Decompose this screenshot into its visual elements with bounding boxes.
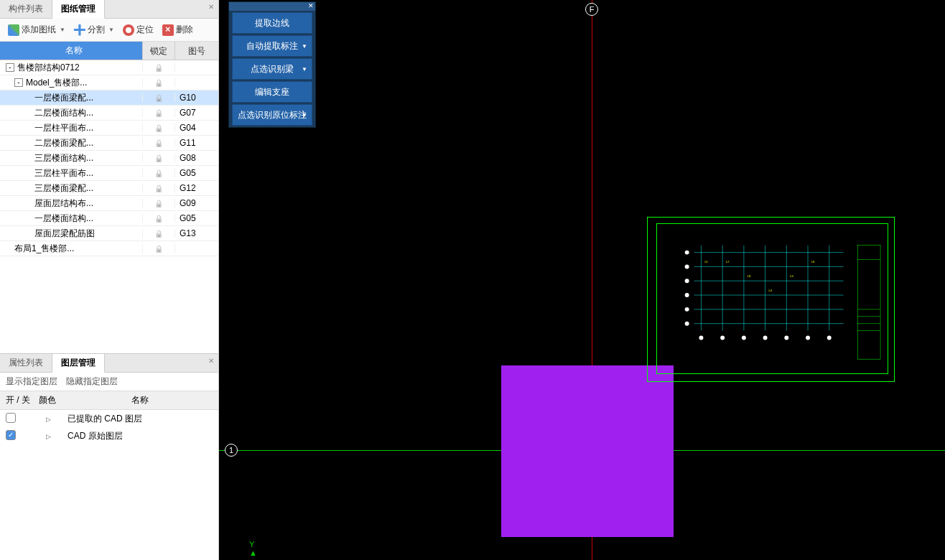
- tab-attr-list[interactable]: 属性列表: [0, 354, 52, 372]
- tree-row[interactable]: 三层柱平面布...G05: [0, 166, 218, 181]
- lock-icon: [154, 63, 163, 72]
- split-button[interactable]: 分割 ▼: [70, 22, 118, 38]
- svg-point-27: [742, 336, 746, 340]
- tree-label: 屋面层梁配筋图: [34, 228, 95, 240]
- tree-label: 二层楼面结构...: [34, 107, 93, 119]
- tree-toggle-icon[interactable]: -: [6, 63, 14, 72]
- y-label: Y: [249, 540, 254, 549]
- tree-row[interactable]: 二层楼面结构...G07: [0, 106, 218, 121]
- tree-cell-num: G13: [175, 228, 218, 238]
- layer-checkbox[interactable]: [6, 413, 16, 423]
- tree-cell-name: -Model_售楼部...: [0, 77, 142, 89]
- tree-cell-lock[interactable]: [142, 199, 175, 207]
- expand-icon[interactable]: ▷: [46, 416, 51, 423]
- delete-label: 删除: [176, 24, 193, 36]
- tree-cell-num: G05: [175, 213, 218, 223]
- tree-row[interactable]: 一层楼面结构...G05: [0, 211, 218, 226]
- layer-checkbox[interactable]: [6, 430, 16, 440]
- tab-component-list[interactable]: 构件列表: [0, 0, 52, 18]
- tree-cell-lock[interactable]: [142, 139, 175, 147]
- tree-row[interactable]: 二层楼面梁配...G11: [0, 136, 218, 151]
- tree-cell-lock[interactable]: [142, 184, 175, 192]
- bottom-tabs: 属性列表 图层管理 ✕: [0, 354, 218, 373]
- auto-extract-annotation-button[interactable]: 自动提取标注 ▼: [232, 35, 312, 57]
- drawing-svg: L1L2L3 L4L5L6: [657, 224, 888, 373]
- tree-cell-name: 一层楼面结构...: [0, 213, 142, 225]
- lock-icon: [154, 139, 163, 147]
- layer-panel: 属性列表 图层管理 ✕ 显示指定图层 隐藏指定图层 开 / 关 颜色 名称 ▷已…: [0, 354, 218, 560]
- svg-text:L1: L1: [704, 260, 707, 263]
- tree-cell-lock[interactable]: [142, 169, 175, 177]
- btn-label: 自动提取标注: [246, 40, 298, 52]
- tree-label: 三层楼面结构...: [34, 152, 93, 164]
- svg-point-29: [784, 336, 788, 340]
- tree-cell-lock[interactable]: [142, 63, 175, 72]
- tree-cell-num: G11: [175, 138, 218, 148]
- tree-row[interactable]: 一层楼面梁配...G10: [0, 90, 218, 106]
- lock-icon: [154, 229, 163, 238]
- cad-canvas[interactable]: ✕ 提取边线 自动提取标注 ▼ 点选识别梁 ▼ 编辑支座 点选识别原位标注 ▼ …: [219, 0, 945, 560]
- layer-col-color: 颜色: [39, 394, 68, 406]
- svg-point-36: [685, 307, 689, 312]
- tree-cell-name: 布局1_售楼部...: [0, 243, 142, 255]
- tree-row[interactable]: 布局1_售楼部...: [0, 241, 218, 256]
- tree-cell-lock[interactable]: [142, 244, 175, 253]
- svg-text:L4: L4: [769, 289, 773, 292]
- tree-cell-lock[interactable]: [142, 229, 175, 238]
- btn-label: 点选识别梁: [251, 63, 294, 75]
- tree-row[interactable]: -Model_售楼部...: [0, 75, 218, 90]
- btn-label: 点选识别原位标注: [238, 109, 307, 121]
- axis-label-1: 1: [225, 444, 238, 457]
- hide-layer-tab[interactable]: 隐藏指定图层: [66, 375, 118, 388]
- tab-layer-mgmt[interactable]: 图层管理: [52, 354, 105, 373]
- tab-drawing-mgmt[interactable]: 图纸管理: [52, 0, 105, 19]
- locate-label: 定位: [136, 24, 154, 36]
- tree-toggle-icon[interactable]: -: [14, 78, 23, 87]
- float-toolbar-title[interactable]: ✕: [229, 2, 315, 11]
- add-drawing-button[interactable]: 添加图纸 ▼: [4, 22, 69, 38]
- svg-point-35: [685, 293, 689, 297]
- add-icon: [8, 24, 19, 36]
- split-icon: [74, 24, 85, 36]
- layer-row[interactable]: ▷已提取的 CAD 图层: [0, 410, 218, 427]
- expand-icon[interactable]: ▷: [46, 433, 51, 440]
- tree-cell-lock[interactable]: [142, 108, 175, 117]
- tree-cell-lock[interactable]: [142, 93, 175, 102]
- locate-button[interactable]: 定位: [119, 22, 157, 38]
- tree-cell-lock[interactable]: [142, 78, 175, 87]
- layer-row[interactable]: ▷CAD 原始图层: [0, 427, 218, 444]
- layer-col-onoff: 开 / 关: [6, 394, 39, 406]
- tree-row[interactable]: 屋面层梁配筋图G13: [0, 226, 218, 241]
- point-select-inplace-annotation-button[interactable]: 点选识别原位标注 ▼: [232, 104, 312, 126]
- tree-cell-lock[interactable]: [142, 154, 175, 162]
- tree-cell-name: 三层楼面梁配...: [0, 182, 142, 195]
- layer-col-name: 名称: [68, 394, 213, 406]
- tree-cell-num: G12: [175, 183, 218, 193]
- delete-button[interactable]: 删除: [159, 22, 197, 38]
- tree-cell-lock[interactable]: [142, 214, 175, 223]
- point-select-beam-button[interactable]: 点选识别梁 ▼: [232, 58, 312, 80]
- tree-row[interactable]: 三层楼面结构...G08: [0, 151, 218, 166]
- tree-row[interactable]: 屋面层结构布...G09: [0, 196, 218, 211]
- caret-icon: ▼: [108, 27, 114, 33]
- panel-close-icon[interactable]: ✕: [205, 357, 217, 365]
- extract-edge-button[interactable]: 提取边线: [232, 12, 312, 34]
- svg-point-25: [699, 336, 703, 340]
- tree-row[interactable]: 三层楼面梁配...G12: [0, 181, 218, 196]
- tree-cell-lock[interactable]: [142, 123, 175, 132]
- panel-close-icon[interactable]: ✕: [205, 3, 217, 11]
- tree-cell-name: 一层柱平面布...: [0, 122, 142, 134]
- svg-text:L5: L5: [790, 274, 793, 278]
- caret-icon: ▼: [60, 27, 65, 33]
- tree-cell-name: 屋面层梁配筋图: [0, 228, 142, 240]
- float-close-icon[interactable]: ✕: [308, 2, 314, 9]
- svg-point-33: [685, 264, 689, 269]
- lock-icon: [154, 93, 163, 102]
- show-layer-tab[interactable]: 显示指定图层: [6, 375, 57, 388]
- caret-icon: ▼: [302, 112, 307, 118]
- edit-support-button[interactable]: 编辑支座: [232, 81, 312, 103]
- tree-row[interactable]: -售楼部结构0712: [0, 60, 218, 75]
- tree-cell-num: G08: [175, 153, 218, 163]
- lock-icon: [154, 108, 163, 117]
- tree-row[interactable]: 一层柱平面布...G04: [0, 121, 218, 136]
